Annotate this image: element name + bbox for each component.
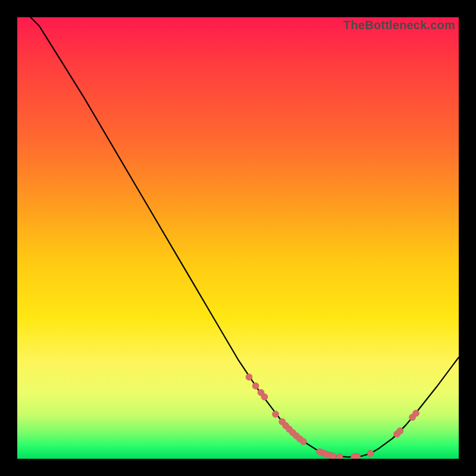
data-marker	[246, 374, 252, 380]
data-marker	[367, 450, 374, 457]
data-marker	[336, 453, 343, 459]
chart-container: TheBottleneck.com	[0, 0, 476, 476]
data-marker	[354, 453, 361, 459]
chart-svg	[17, 17, 459, 459]
data-marker	[261, 394, 268, 400]
data-marker	[413, 410, 419, 416]
data-marker	[252, 383, 259, 389]
data-marker	[300, 439, 306, 445]
bottleneck-curve	[17, 17, 459, 457]
plot-area: TheBottleneck.com	[17, 17, 459, 459]
data-markers	[246, 374, 419, 459]
data-marker	[330, 453, 336, 459]
data-marker	[397, 428, 403, 434]
data-marker	[273, 411, 279, 418]
